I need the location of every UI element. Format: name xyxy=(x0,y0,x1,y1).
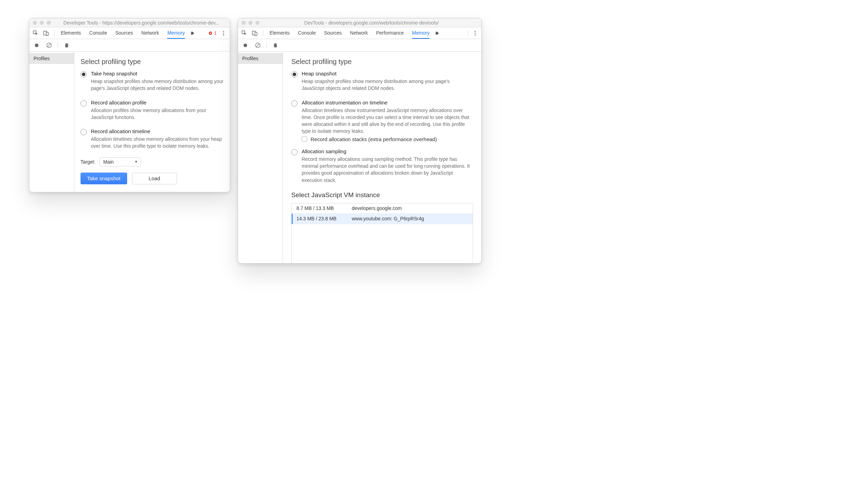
option-title: Record allocation timeline xyxy=(91,128,224,134)
tab-sources[interactable]: Sources xyxy=(324,27,342,39)
svg-point-15 xyxy=(244,43,247,47)
vm-size: 8.7 MB / 13.3 MB xyxy=(296,205,352,211)
option-allocation-sampling[interactable]: Allocation sampling Record memory alloca… xyxy=(291,148,473,184)
device-toolbar-icon[interactable] xyxy=(43,30,49,37)
option-desc: Record memory allocations using sampling… xyxy=(302,156,473,184)
record-allocation-stacks-row[interactable]: Record allocation stacks (extra performa… xyxy=(302,136,473,142)
option-desc: Heap snapshot profiles show memory distr… xyxy=(302,78,473,92)
trash-icon[interactable] xyxy=(272,42,279,49)
radio-icon[interactable] xyxy=(291,71,298,77)
memory-profiling-content: Select profiling type Heap snapshot Heap… xyxy=(283,52,481,263)
trash-icon[interactable] xyxy=(63,42,70,49)
option-title: Allocation instrumentation on timeline xyxy=(302,100,473,105)
console-error-badge[interactable]: 1 xyxy=(208,30,217,36)
more-tabs-icon[interactable] xyxy=(434,30,441,37)
option-heap-snapshot[interactable]: Heap snapshot Heap snapshot profiles sho… xyxy=(291,71,473,92)
inspect-element-icon[interactable] xyxy=(241,30,248,37)
window-title: Developer Tools - https://developers.goo… xyxy=(56,20,226,26)
radio-icon[interactable] xyxy=(81,129,87,135)
tab-network[interactable]: Network xyxy=(350,27,368,39)
vm-host: www.youtube.com: G_P6rpRSr4g xyxy=(352,216,424,221)
record-icon[interactable] xyxy=(33,42,40,49)
devtools-window-a: Developer Tools - https://developers.goo… xyxy=(29,18,230,192)
option-title: Record allocation profile xyxy=(91,100,224,105)
more-tabs-icon[interactable] xyxy=(190,30,197,37)
checkbox-label: Record allocation stacks (extra performa… xyxy=(311,136,437,142)
chevron-down-icon: ▼ xyxy=(134,160,138,164)
toolbar-divider xyxy=(58,42,58,49)
option-title: Heap snapshot xyxy=(302,71,473,76)
devtools-tabbar: Elements Console Sources Network Perform… xyxy=(238,27,481,39)
vm-size: 14.3 MB / 23.8 MB xyxy=(296,216,352,221)
load-button[interactable]: Load xyxy=(132,173,177,184)
settings-kebab-icon[interactable] xyxy=(220,30,227,37)
tab-elements[interactable]: Elements xyxy=(61,27,81,39)
option-desc: Allocation timelines show memory allocat… xyxy=(91,136,224,150)
tab-memory[interactable]: Memory xyxy=(412,27,430,39)
tabbar-divider xyxy=(54,30,55,37)
minimize-window-icon[interactable] xyxy=(248,21,253,25)
svg-point-12 xyxy=(475,31,476,32)
option-allocation-timeline[interactable]: Record allocation timeline Allocation ti… xyxy=(81,128,224,150)
svg-point-5 xyxy=(223,33,224,34)
checkbox-icon[interactable] xyxy=(302,136,307,142)
take-snapshot-button[interactable]: Take snapshot xyxy=(81,173,127,184)
tab-memory[interactable]: Memory xyxy=(167,27,185,39)
tab-elements[interactable]: Elements xyxy=(270,27,290,39)
option-allocation-instrumentation[interactable]: Allocation instrumentation on timeline A… xyxy=(291,100,473,135)
target-row: Target: Main ▼ xyxy=(81,157,224,166)
target-value: Main xyxy=(103,159,114,165)
option-desc: Allocation timelines show instrumented J… xyxy=(302,107,473,135)
toolbar-divider xyxy=(266,42,267,49)
sidebar-item-profiles[interactable]: Profiles xyxy=(29,53,74,64)
radio-icon[interactable] xyxy=(291,149,298,155)
tab-performance[interactable]: Performance xyxy=(376,27,404,39)
vm-host: developers.google.com xyxy=(352,205,402,211)
radio-icon[interactable] xyxy=(291,100,298,107)
console-error-count: 1 xyxy=(214,30,217,36)
device-toolbar-icon[interactable] xyxy=(251,30,258,37)
radio-icon[interactable] xyxy=(81,71,87,77)
clear-icon[interactable] xyxy=(254,42,262,49)
mac-titlebar: Developer Tools - https://developers.goo… xyxy=(29,18,230,27)
svg-point-13 xyxy=(475,33,476,34)
vm-instance-row[interactable]: 14.3 MB / 23.8 MB www.youtube.com: G_P6r… xyxy=(292,214,473,224)
inspect-element-icon[interactable] xyxy=(32,30,39,37)
record-icon[interactable] xyxy=(242,42,249,49)
sidebar-item-profiles[interactable]: Profiles xyxy=(238,53,283,64)
devtools-tabs: Elements Console Sources Network Memory xyxy=(59,27,185,39)
window-traffic-lights xyxy=(242,21,260,25)
minimize-window-icon[interactable] xyxy=(40,21,44,25)
zoom-window-icon[interactable] xyxy=(47,21,51,25)
devtools-window-b: DevTools - developers.google.com/web/too… xyxy=(238,18,482,264)
option-heap-snapshot[interactable]: Take heap snapshot Heap snapshot profile… xyxy=(81,71,224,92)
tab-sources[interactable]: Sources xyxy=(115,27,133,39)
zoom-window-icon[interactable] xyxy=(255,21,260,25)
profiles-sidebar: Profiles xyxy=(29,52,74,192)
profiling-heading: Select profiling type xyxy=(81,58,224,66)
option-allocation-profile[interactable]: Record allocation profile Allocation pro… xyxy=(81,100,224,121)
memory-profiling-content: Select profiling type Take heap snapshot… xyxy=(74,52,230,192)
tab-console[interactable]: Console xyxy=(298,27,315,39)
memory-toolbar xyxy=(29,39,230,52)
clear-icon[interactable] xyxy=(45,42,53,49)
target-label: Target: xyxy=(81,159,95,165)
profiles-sidebar: Profiles xyxy=(238,52,283,263)
target-select[interactable]: Main ▼ xyxy=(100,157,141,166)
memory-toolbar xyxy=(238,39,481,52)
tab-network[interactable]: Network xyxy=(141,27,159,39)
tabbar-divider xyxy=(468,30,468,37)
vm-instance-list: 8.7 MB / 13.3 MB developers.google.com 1… xyxy=(291,203,473,263)
profiling-heading: Select profiling type xyxy=(291,58,473,66)
svg-point-6 xyxy=(223,34,224,35)
option-title: Take heap snapshot xyxy=(91,71,224,76)
close-window-icon[interactable] xyxy=(33,21,37,25)
close-window-icon[interactable] xyxy=(242,21,246,25)
vm-instance-row[interactable]: 8.7 MB / 13.3 MB developers.google.com xyxy=(292,203,473,214)
tab-console[interactable]: Console xyxy=(89,27,107,39)
option-desc: Heap snapshot profiles show memory distr… xyxy=(91,78,224,92)
settings-kebab-icon[interactable] xyxy=(472,30,479,37)
svg-point-14 xyxy=(475,34,476,35)
radio-icon[interactable] xyxy=(81,100,87,107)
svg-point-4 xyxy=(223,31,224,32)
